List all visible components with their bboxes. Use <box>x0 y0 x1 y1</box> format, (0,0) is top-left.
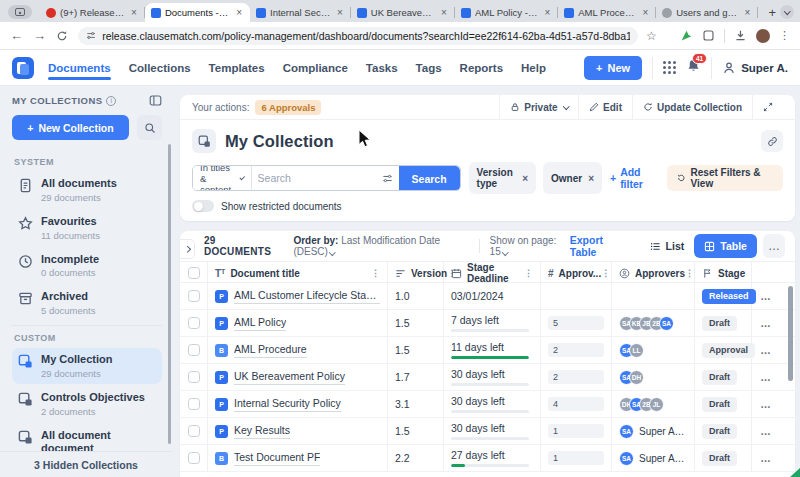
column-header-stage[interactable]: Stage <box>695 262 752 284</box>
new-tab-button[interactable]: + <box>764 5 780 20</box>
sidebar-item-controls-objectives[interactable]: Controls Objectives2 documents <box>12 386 162 422</box>
column-menu-icon[interactable]: ⋮ <box>601 268 610 278</box>
close-icon[interactable]: × <box>335 7 345 18</box>
document-title-link[interactable]: Test Document PF <box>234 450 320 467</box>
column-header-version[interactable]: Version⋮ <box>388 262 444 284</box>
nav-item-documents[interactable]: Documents <box>48 52 111 84</box>
private-dropdown[interactable]: Private <box>499 95 578 119</box>
info-icon[interactable]: i <box>106 96 116 106</box>
row-more-button[interactable]: … <box>760 290 772 302</box>
close-icon[interactable]: × <box>542 7 552 18</box>
close-icon[interactable]: × <box>743 7 753 18</box>
row-checkbox[interactable] <box>188 290 200 302</box>
row-checkbox[interactable] <box>188 344 200 356</box>
browser-tab-9-release-202[interactable]: (9+) Release 202× <box>40 3 145 22</box>
search-scope-dropdown[interactable]: In titles & content <box>193 166 252 190</box>
user-menu[interactable]: Super A. <box>722 61 788 75</box>
forward-icon[interactable]: → <box>33 29 46 42</box>
new-collection-button[interactable]: + New Collection <box>12 115 129 140</box>
sidebar-item-incomplete[interactable]: Incomplete0 documents <box>12 248 162 284</box>
filter-chip-version-type[interactable]: Version type× <box>469 162 536 194</box>
browser-tab-aml-procedure[interactable]: AML Procedure× <box>558 3 656 22</box>
row-more-button[interactable]: … <box>760 371 772 383</box>
copy-link-button[interactable] <box>761 130 783 152</box>
select-all-checkbox[interactable] <box>188 267 200 279</box>
row-more-button[interactable]: … <box>760 425 772 437</box>
row-checkbox[interactable] <box>188 371 200 383</box>
close-icon[interactable]: × <box>640 7 650 18</box>
close-icon[interactable]: × <box>129 7 139 18</box>
show-restricted-toggle[interactable] <box>192 200 214 212</box>
collapse-panel-icon[interactable] <box>149 94 162 107</box>
tab-list-chevron[interactable] <box>780 5 794 19</box>
nav-item-tags[interactable]: Tags <box>416 52 442 84</box>
column-menu-icon[interactable]: ⋮ <box>524 268 533 278</box>
document-title-link[interactable]: UK Bereavement Policy <box>234 369 345 386</box>
column-header-approvers[interactable]: Approvers⋮ <box>612 262 695 284</box>
column-header-approv[interactable]: #Approv...⋮ <box>541 262 612 284</box>
document-title-link[interactable]: Key Results <box>234 423 290 440</box>
apps-grid-icon[interactable] <box>663 61 676 74</box>
download-icon[interactable] <box>734 29 747 42</box>
browser-tab-uk-bereavement[interactable]: UK Bereavement× <box>351 3 455 22</box>
document-title-link[interactable]: Internal Security Policy <box>234 396 341 413</box>
nav-item-templates[interactable]: Templates <box>209 52 265 84</box>
document-title-link[interactable]: AML Procedure <box>234 342 307 359</box>
row-more-button[interactable]: … <box>760 452 772 464</box>
browser-tab-users-and-group[interactable]: Users and group× <box>656 3 758 22</box>
filter-chip-owner[interactable]: Owner× <box>543 162 602 194</box>
site-settings-icon[interactable] <box>86 30 96 41</box>
row-more-button[interactable]: … <box>760 317 772 329</box>
export-table-button[interactable]: Export Table <box>570 234 628 258</box>
sidebar-item-archived[interactable]: Archived5 documents <box>12 285 162 321</box>
sidebar-scrollbar[interactable] <box>168 144 171 444</box>
bookmark-star-icon[interactable]: ☆ <box>646 29 657 43</box>
notifications-bell[interactable]: 41 <box>686 58 701 77</box>
add-filter-button[interactable]: + Add filter <box>610 166 659 190</box>
show-on-page-dropdown[interactable]: Show on page: 15 <box>490 235 570 257</box>
row-checkbox[interactable] <box>188 317 200 329</box>
update-collection-button[interactable]: Update Collection <box>632 95 752 119</box>
nav-item-compliance[interactable]: Compliance <box>283 52 348 84</box>
table-view-button[interactable]: Table <box>694 234 757 258</box>
sidebar-item-my-collection[interactable]: My Collection29 documents <box>12 348 162 384</box>
back-icon[interactable]: ← <box>10 29 23 42</box>
url-bar[interactable]: release.clausematch.com/policy-managemen… <box>78 27 638 45</box>
column-menu-icon[interactable]: ⋮ <box>371 268 380 278</box>
document-title-link[interactable]: AML Policy <box>234 315 286 332</box>
row-checkbox[interactable] <box>188 452 200 464</box>
browser-menu-icon[interactable]: ⋮ <box>779 29 790 42</box>
table-scrollbar[interactable] <box>788 286 793 381</box>
browser-tab-internal-security[interactable]: Internal Security× <box>250 3 351 22</box>
approvals-badge[interactable]: 6 Approvals <box>255 100 321 115</box>
new-button[interactable]: + New <box>584 56 642 80</box>
close-icon[interactable]: × <box>588 173 594 184</box>
nav-item-help[interactable]: Help <box>521 52 546 84</box>
edit-button[interactable]: Edit <box>578 95 632 119</box>
browser-tab-aml-policy-poli[interactable]: AML Policy - Poli× <box>455 3 558 22</box>
reload-icon[interactable] <box>56 30 68 42</box>
close-icon[interactable]: × <box>522 173 528 184</box>
nav-item-tasks[interactable]: Tasks <box>366 52 398 84</box>
sidebar-item-all-documents[interactable]: All documents29 documents <box>12 172 162 208</box>
sidebar-item-favourites[interactable]: Favourites11 documents <box>12 210 162 246</box>
search-input[interactable] <box>252 166 382 190</box>
nav-item-collections[interactable]: Collections <box>129 52 191 84</box>
extensions-icon[interactable] <box>702 29 715 42</box>
search-button[interactable]: Search <box>399 166 460 191</box>
tab-search-button[interactable] <box>8 5 32 19</box>
sidebar-search-button[interactable] <box>137 115 162 140</box>
expand-panel-button[interactable] <box>180 239 195 259</box>
table-more-button[interactable]: … <box>763 234 785 258</box>
row-checkbox[interactable] <box>188 398 200 410</box>
extension-green-icon[interactable] <box>680 29 693 42</box>
browser-tab-documents-sea[interactable]: Documents - Sea× <box>145 3 250 22</box>
column-header-stage-deadline[interactable]: Stage Deadline⋮ <box>444 262 541 284</box>
close-icon[interactable]: × <box>439 7 449 18</box>
order-by-dropdown[interactable]: Order by: Last Modification Date (DESC) <box>293 235 468 257</box>
document-title-link[interactable]: AML Customer Lifecycle Standard <box>234 288 380 305</box>
reset-filters-button[interactable]: Reset Filters & View <box>667 165 783 191</box>
hidden-collections-button[interactable]: 3 Hidden Collections <box>0 451 172 477</box>
column-header-document-title[interactable]: TTDocument title⋮ <box>208 262 388 284</box>
row-more-button[interactable]: … <box>760 344 772 356</box>
